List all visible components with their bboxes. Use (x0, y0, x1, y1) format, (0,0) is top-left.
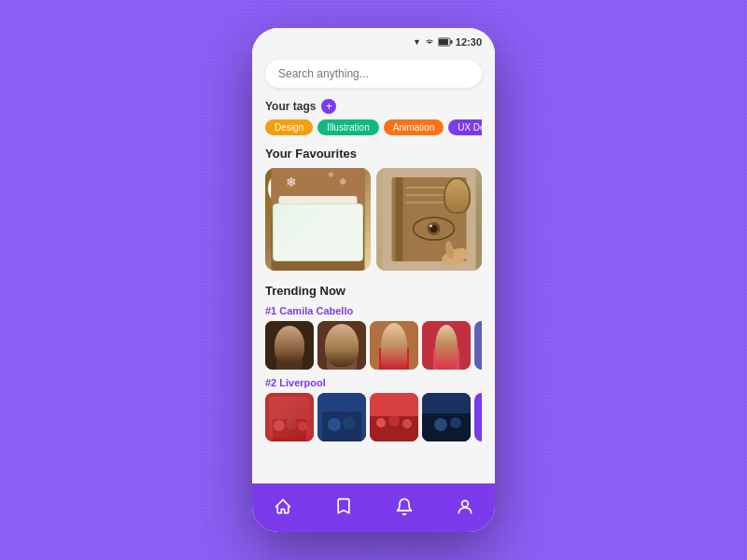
battery-icon (438, 34, 453, 50)
tags-section: Your tags + Design Illustration Animatio… (252, 93, 495, 139)
svg-point-43 (286, 418, 297, 429)
tag-uxdes[interactable]: UX Des (448, 119, 482, 135)
svg-point-44 (298, 422, 307, 431)
svg-point-35 (438, 328, 455, 348)
trending-thumb-cc-4[interactable] (422, 321, 471, 370)
tag-animation[interactable]: Animation (384, 119, 444, 135)
svg-point-7 (315, 225, 322, 232)
svg-point-32 (386, 328, 402, 348)
svg-line-12 (320, 224, 330, 243)
trending-rank-2: #2 Liverpool (265, 377, 482, 388)
svg-rect-33 (379, 348, 409, 370)
svg-rect-25 (265, 321, 314, 370)
trending-images-2: + (265, 393, 482, 441)
svg-rect-2 (439, 39, 448, 45)
favourites-title: Your Favourites (265, 147, 482, 161)
trending-section: Trending Now #1 Camila Cabello (252, 276, 495, 453)
svg-rect-41 (273, 419, 306, 441)
svg-point-58 (461, 500, 468, 507)
tags-header: Your tags + (265, 99, 482, 114)
trending-thumb-cc-1[interactable] (265, 321, 314, 370)
svg-point-56 (434, 418, 447, 431)
svg-point-48 (343, 416, 356, 429)
svg-rect-1 (450, 40, 452, 44)
favourite-image-1[interactable]: ❄ ❄ ❄ (265, 168, 371, 271)
bottom-nav (252, 483, 495, 532)
trending-item-2: #2 Liverpool (265, 377, 482, 441)
trending-images-1 (265, 321, 482, 370)
bell-icon (395, 497, 414, 516)
trending-thumb-lp-1[interactable] (265, 393, 314, 441)
trending-thumb-lp-3[interactable] (370, 393, 418, 441)
tag-illustration[interactable]: Illustration (317, 119, 379, 135)
favourite-image-2[interactable] (376, 168, 482, 271)
trending-thumb-lp-2[interactable] (317, 393, 366, 441)
svg-point-57 (450, 417, 461, 428)
favourites-grid: ❄ ❄ ❄ (265, 168, 482, 271)
trending-thumb-cc-2[interactable] (317, 321, 366, 370)
svg-point-6 (298, 217, 339, 259)
svg-point-51 (376, 418, 386, 427)
nav-bookmark[interactable] (325, 490, 362, 524)
add-more-button[interactable]: + (474, 393, 482, 441)
svg-point-29 (332, 329, 351, 351)
svg-point-26 (280, 329, 299, 351)
svg-rect-31 (370, 321, 418, 370)
home-icon (274, 497, 292, 516)
svg-rect-17 (406, 194, 453, 196)
trending-title: Trending Now (265, 284, 482, 298)
svg-point-53 (402, 419, 412, 428)
nav-home[interactable] (264, 490, 302, 524)
tag-design[interactable]: Design (265, 119, 313, 135)
bookmark-icon (334, 497, 353, 516)
svg-text:❄: ❄ (328, 171, 334, 179)
search-container (252, 52, 495, 93)
svg-point-47 (328, 418, 341, 431)
svg-rect-15 (396, 177, 403, 261)
phone-frame: ▼ 12:30 (252, 28, 495, 532)
profile-icon (456, 497, 474, 516)
favourites-section: Your Favourites (252, 139, 495, 276)
trending-thumb-cc-3[interactable] (370, 321, 418, 370)
nav-profile[interactable] (446, 490, 484, 524)
svg-rect-40 (265, 393, 314, 441)
svg-rect-16 (406, 187, 460, 189)
nav-notification[interactable] (386, 490, 423, 524)
tags-title: Your tags (265, 100, 316, 113)
svg-point-52 (388, 415, 400, 427)
svg-rect-5 (279, 196, 358, 261)
svg-rect-28 (317, 321, 366, 370)
wifi-icon (424, 36, 435, 48)
status-bar: ▼ 12:30 (252, 28, 495, 52)
signal-icon: ▼ (413, 37, 421, 47)
svg-rect-30 (327, 351, 357, 370)
svg-rect-18 (406, 202, 457, 203)
trending-rank-1: #1 Camila Cabello (265, 305, 482, 316)
status-icons: ▼ 12:30 (413, 34, 482, 50)
svg-rect-37 (474, 321, 482, 370)
svg-rect-36 (433, 348, 459, 370)
svg-text:❄: ❄ (286, 175, 297, 189)
svg-text:❄: ❄ (339, 176, 346, 187)
search-input[interactable] (265, 60, 482, 88)
add-tag-button[interactable]: + (321, 99, 336, 114)
tags-list: Design Illustration Animation UX Des (265, 119, 482, 135)
svg-point-11 (324, 211, 345, 229)
svg-rect-34 (422, 321, 471, 370)
svg-rect-27 (276, 351, 303, 370)
svg-point-42 (274, 420, 285, 431)
trending-thumb-lp-4[interactable] (422, 393, 471, 441)
trending-item-1: #1 Camila Cabello (265, 305, 482, 370)
status-time: 12:30 (456, 36, 482, 48)
svg-point-22 (430, 225, 432, 228)
trending-thumb-cc-5[interactable] (474, 321, 482, 370)
main-content[interactable]: Your tags + Design Illustration Animatio… (252, 52, 495, 483)
